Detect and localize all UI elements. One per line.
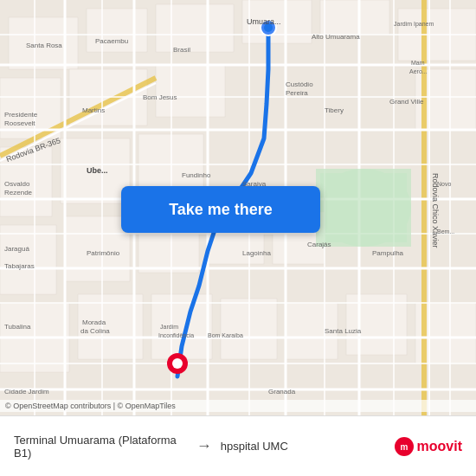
svg-text:Jardim Ipanem: Jardim Ipanem bbox=[394, 21, 434, 28]
svg-rect-6 bbox=[156, 4, 234, 52]
svg-text:Bom Jesus: Bom Jesus bbox=[143, 93, 177, 101]
moovit-brand-label: moovit bbox=[417, 439, 462, 454]
svg-text:Pacaembu: Pacaembu bbox=[95, 37, 128, 45]
route-from-label: Terminal Umuarama (Plataforma B1) bbox=[14, 434, 188, 460]
svg-text:Ube...: Ube... bbox=[87, 166, 108, 175]
route-to-label: hpspital UMC bbox=[221, 440, 395, 453]
svg-text:Mam: Mam bbox=[411, 60, 425, 66]
svg-text:Bom Karaíba: Bom Karaíba bbox=[208, 332, 243, 338]
map-attribution: © OpenStreetMap contributors | © OpenMap… bbox=[0, 400, 476, 412]
svg-text:Tibery: Tibery bbox=[325, 106, 344, 114]
svg-text:Morada: Morada bbox=[82, 318, 106, 326]
route-arrow-icon: → bbox=[196, 437, 212, 455]
svg-text:Umuara...: Umuara... bbox=[247, 17, 281, 26]
svg-text:Tabajaras: Tabajaras bbox=[4, 262, 35, 270]
svg-text:Novo: Novo bbox=[437, 181, 451, 187]
svg-text:Martins: Martins bbox=[82, 106, 105, 114]
svg-text:Brasil: Brasil bbox=[173, 46, 190, 54]
svg-text:Custódio: Custódio bbox=[286, 80, 313, 88]
svg-text:Aero...: Aero... bbox=[409, 68, 428, 74]
svg-text:Roosevelt: Roosevelt bbox=[4, 119, 35, 127]
take-me-there-button[interactable]: Take me there bbox=[121, 186, 320, 233]
svg-text:Presidente: Presidente bbox=[4, 111, 38, 119]
svg-text:Tubalina: Tubalina bbox=[4, 323, 31, 331]
svg-rect-12 bbox=[156, 65, 225, 117]
svg-text:Patrimônio: Patrimônio bbox=[87, 249, 120, 257]
bottom-bar: Terminal Umuarama (Plataforma B1) → hpsp… bbox=[0, 415, 476, 476]
svg-text:Granada: Granada bbox=[268, 388, 296, 396]
moovit-icon: m bbox=[395, 437, 414, 456]
map-container: Rodovia BR-365 Rodovia Chico Xavier Sant… bbox=[0, 0, 476, 415]
svg-text:Fundinho: Fundinho bbox=[182, 171, 211, 179]
svg-text:m: m bbox=[400, 442, 408, 452]
svg-rect-8 bbox=[320, 0, 389, 35]
svg-rect-5 bbox=[87, 9, 147, 52]
svg-text:Rezende: Rezende bbox=[4, 189, 33, 196]
svg-text:Santa Rosa: Santa Rosa bbox=[26, 42, 62, 49]
svg-text:Alto Umuarama: Alto Umuarama bbox=[312, 33, 360, 41]
svg-text:Santa Luzia: Santa Luzia bbox=[325, 327, 362, 335]
svg-text:da Colina: da Colina bbox=[80, 327, 110, 335]
svg-text:Pampulha: Pampulha bbox=[372, 249, 404, 257]
svg-rect-17 bbox=[0, 225, 56, 294]
attribution-text: © OpenStreetMap contributors | © OpenMap… bbox=[5, 402, 176, 410]
svg-text:Bem...: Bem... bbox=[437, 228, 454, 235]
svg-text:Grand Ville: Grand Ville bbox=[389, 98, 424, 106]
svg-text:Lagoinha: Lagoinha bbox=[242, 249, 271, 257]
svg-rect-57 bbox=[316, 169, 411, 247]
svg-text:Cidade Jardim: Cidade Jardim bbox=[4, 388, 49, 396]
moovit-logo: m moovit bbox=[395, 437, 462, 456]
svg-text:Osvaldo: Osvaldo bbox=[4, 180, 30, 188]
svg-text:Jardim: Jardim bbox=[160, 324, 178, 330]
svg-text:Pereira: Pereira bbox=[286, 89, 308, 97]
svg-text:Carajás: Carajás bbox=[307, 241, 331, 248]
svg-point-59 bbox=[172, 358, 183, 369]
svg-text:Inconfidência: Inconfidência bbox=[158, 332, 194, 338]
svg-text:Jaraguá: Jaraguá bbox=[4, 245, 29, 253]
